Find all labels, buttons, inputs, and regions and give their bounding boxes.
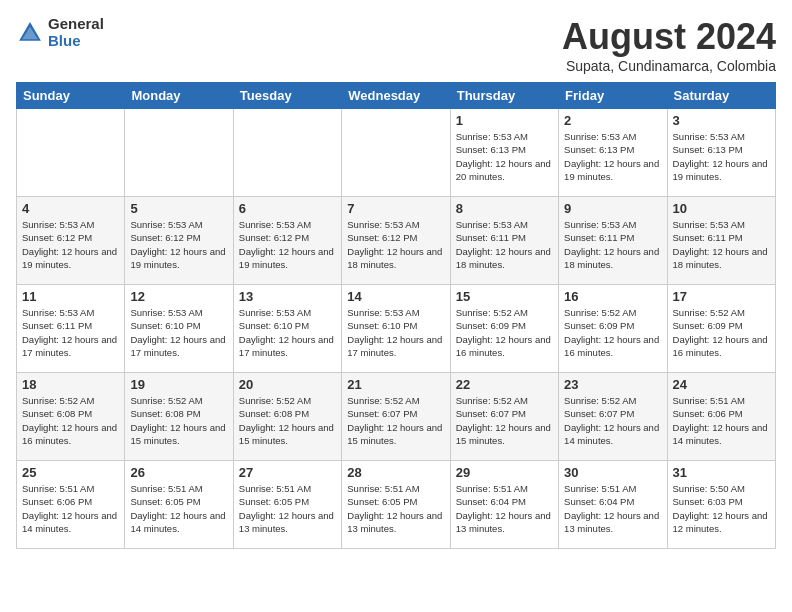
day-number: 25 [22, 465, 119, 480]
day-number: 10 [673, 201, 770, 216]
calendar-cell: 29Sunrise: 5:51 AM Sunset: 6:04 PM Dayli… [450, 461, 558, 549]
week-row-0: 1Sunrise: 5:53 AM Sunset: 6:13 PM Daylig… [17, 109, 776, 197]
day-info: Sunrise: 5:53 AM Sunset: 6:10 PM Dayligh… [347, 306, 444, 359]
day-number: 14 [347, 289, 444, 304]
day-info: Sunrise: 5:53 AM Sunset: 6:11 PM Dayligh… [22, 306, 119, 359]
day-number: 29 [456, 465, 553, 480]
day-number: 27 [239, 465, 336, 480]
calendar-cell: 4Sunrise: 5:53 AM Sunset: 6:12 PM Daylig… [17, 197, 125, 285]
day-info: Sunrise: 5:52 AM Sunset: 6:08 PM Dayligh… [239, 394, 336, 447]
day-number: 13 [239, 289, 336, 304]
calendar-cell: 23Sunrise: 5:52 AM Sunset: 6:07 PM Dayli… [559, 373, 667, 461]
day-info: Sunrise: 5:52 AM Sunset: 6:07 PM Dayligh… [564, 394, 661, 447]
generalblue-icon [16, 19, 44, 47]
week-row-4: 25Sunrise: 5:51 AM Sunset: 6:06 PM Dayli… [17, 461, 776, 549]
day-number: 26 [130, 465, 227, 480]
day-info: Sunrise: 5:51 AM Sunset: 6:04 PM Dayligh… [456, 482, 553, 535]
day-info: Sunrise: 5:53 AM Sunset: 6:13 PM Dayligh… [564, 130, 661, 183]
header-saturday: Saturday [667, 83, 775, 109]
day-info: Sunrise: 5:53 AM Sunset: 6:10 PM Dayligh… [239, 306, 336, 359]
title-area: August 2024 Supata, Cundinamarca, Colomb… [562, 16, 776, 74]
calendar-cell: 30Sunrise: 5:51 AM Sunset: 6:04 PM Dayli… [559, 461, 667, 549]
day-number: 9 [564, 201, 661, 216]
header-thursday: Thursday [450, 83, 558, 109]
day-info: Sunrise: 5:52 AM Sunset: 6:07 PM Dayligh… [456, 394, 553, 447]
calendar-cell: 7Sunrise: 5:53 AM Sunset: 6:12 PM Daylig… [342, 197, 450, 285]
calendar-cell: 14Sunrise: 5:53 AM Sunset: 6:10 PM Dayli… [342, 285, 450, 373]
logo-text: General Blue [48, 16, 104, 49]
day-number: 23 [564, 377, 661, 392]
month-year-title: August 2024 [562, 16, 776, 58]
logo-general-text: General [48, 16, 104, 33]
logo: General Blue [16, 16, 104, 49]
day-number: 18 [22, 377, 119, 392]
calendar-cell: 10Sunrise: 5:53 AM Sunset: 6:11 PM Dayli… [667, 197, 775, 285]
day-info: Sunrise: 5:53 AM Sunset: 6:11 PM Dayligh… [456, 218, 553, 271]
week-row-1: 4Sunrise: 5:53 AM Sunset: 6:12 PM Daylig… [17, 197, 776, 285]
calendar-cell: 2Sunrise: 5:53 AM Sunset: 6:13 PM Daylig… [559, 109, 667, 197]
calendar-cell: 28Sunrise: 5:51 AM Sunset: 6:05 PM Dayli… [342, 461, 450, 549]
week-row-2: 11Sunrise: 5:53 AM Sunset: 6:11 PM Dayli… [17, 285, 776, 373]
day-info: Sunrise: 5:51 AM Sunset: 6:06 PM Dayligh… [673, 394, 770, 447]
day-info: Sunrise: 5:52 AM Sunset: 6:08 PM Dayligh… [130, 394, 227, 447]
day-number: 12 [130, 289, 227, 304]
day-number: 31 [673, 465, 770, 480]
day-info: Sunrise: 5:51 AM Sunset: 6:05 PM Dayligh… [239, 482, 336, 535]
header-friday: Friday [559, 83, 667, 109]
header-sunday: Sunday [17, 83, 125, 109]
calendar-cell: 6Sunrise: 5:53 AM Sunset: 6:12 PM Daylig… [233, 197, 341, 285]
calendar-cell: 15Sunrise: 5:52 AM Sunset: 6:09 PM Dayli… [450, 285, 558, 373]
calendar-cell [125, 109, 233, 197]
calendar-cell: 20Sunrise: 5:52 AM Sunset: 6:08 PM Dayli… [233, 373, 341, 461]
calendar-cell: 26Sunrise: 5:51 AM Sunset: 6:05 PM Dayli… [125, 461, 233, 549]
calendar-cell: 31Sunrise: 5:50 AM Sunset: 6:03 PM Dayli… [667, 461, 775, 549]
calendar-cell: 12Sunrise: 5:53 AM Sunset: 6:10 PM Dayli… [125, 285, 233, 373]
day-info: Sunrise: 5:51 AM Sunset: 6:05 PM Dayligh… [347, 482, 444, 535]
header-monday: Monday [125, 83, 233, 109]
header: General Blue August 2024 Supata, Cundina… [16, 16, 776, 74]
day-number: 19 [130, 377, 227, 392]
day-info: Sunrise: 5:52 AM Sunset: 6:07 PM Dayligh… [347, 394, 444, 447]
day-number: 5 [130, 201, 227, 216]
calendar-cell: 3Sunrise: 5:53 AM Sunset: 6:13 PM Daylig… [667, 109, 775, 197]
day-info: Sunrise: 5:53 AM Sunset: 6:12 PM Dayligh… [22, 218, 119, 271]
weekday-header-row: Sunday Monday Tuesday Wednesday Thursday… [17, 83, 776, 109]
calendar-cell: 13Sunrise: 5:53 AM Sunset: 6:10 PM Dayli… [233, 285, 341, 373]
day-number: 30 [564, 465, 661, 480]
day-info: Sunrise: 5:52 AM Sunset: 6:09 PM Dayligh… [673, 306, 770, 359]
calendar-cell: 21Sunrise: 5:52 AM Sunset: 6:07 PM Dayli… [342, 373, 450, 461]
location-subtitle: Supata, Cundinamarca, Colombia [562, 58, 776, 74]
calendar-cell [233, 109, 341, 197]
day-info: Sunrise: 5:53 AM Sunset: 6:13 PM Dayligh… [456, 130, 553, 183]
day-number: 16 [564, 289, 661, 304]
day-number: 22 [456, 377, 553, 392]
day-info: Sunrise: 5:51 AM Sunset: 6:05 PM Dayligh… [130, 482, 227, 535]
calendar-cell: 24Sunrise: 5:51 AM Sunset: 6:06 PM Dayli… [667, 373, 775, 461]
day-info: Sunrise: 5:53 AM Sunset: 6:12 PM Dayligh… [347, 218, 444, 271]
day-number: 17 [673, 289, 770, 304]
calendar-cell: 9Sunrise: 5:53 AM Sunset: 6:11 PM Daylig… [559, 197, 667, 285]
day-number: 28 [347, 465, 444, 480]
day-info: Sunrise: 5:53 AM Sunset: 6:12 PM Dayligh… [130, 218, 227, 271]
day-number: 8 [456, 201, 553, 216]
day-info: Sunrise: 5:50 AM Sunset: 6:03 PM Dayligh… [673, 482, 770, 535]
day-info: Sunrise: 5:52 AM Sunset: 6:08 PM Dayligh… [22, 394, 119, 447]
day-number: 21 [347, 377, 444, 392]
day-number: 1 [456, 113, 553, 128]
calendar-cell: 18Sunrise: 5:52 AM Sunset: 6:08 PM Dayli… [17, 373, 125, 461]
day-info: Sunrise: 5:53 AM Sunset: 6:11 PM Dayligh… [564, 218, 661, 271]
day-info: Sunrise: 5:51 AM Sunset: 6:04 PM Dayligh… [564, 482, 661, 535]
week-row-3: 18Sunrise: 5:52 AM Sunset: 6:08 PM Dayli… [17, 373, 776, 461]
day-number: 24 [673, 377, 770, 392]
calendar-cell: 11Sunrise: 5:53 AM Sunset: 6:11 PM Dayli… [17, 285, 125, 373]
day-info: Sunrise: 5:53 AM Sunset: 6:10 PM Dayligh… [130, 306, 227, 359]
day-number: 11 [22, 289, 119, 304]
calendar-cell: 17Sunrise: 5:52 AM Sunset: 6:09 PM Dayli… [667, 285, 775, 373]
day-info: Sunrise: 5:51 AM Sunset: 6:06 PM Dayligh… [22, 482, 119, 535]
day-info: Sunrise: 5:52 AM Sunset: 6:09 PM Dayligh… [456, 306, 553, 359]
day-number: 6 [239, 201, 336, 216]
calendar-cell: 8Sunrise: 5:53 AM Sunset: 6:11 PM Daylig… [450, 197, 558, 285]
day-info: Sunrise: 5:53 AM Sunset: 6:13 PM Dayligh… [673, 130, 770, 183]
calendar-cell: 1Sunrise: 5:53 AM Sunset: 6:13 PM Daylig… [450, 109, 558, 197]
header-wednesday: Wednesday [342, 83, 450, 109]
